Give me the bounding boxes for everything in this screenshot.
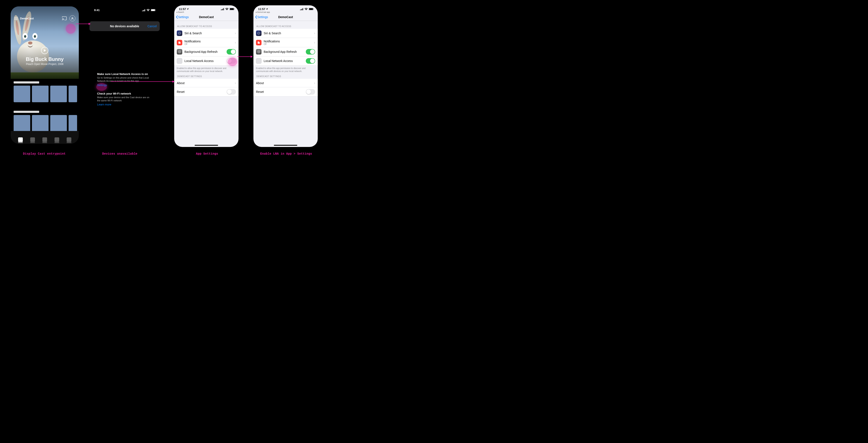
chevron-right-icon: › xyxy=(314,81,315,85)
nav-bar: Settings DemoCast xyxy=(253,13,318,21)
tab-item[interactable] xyxy=(67,137,71,142)
svg-rect-33 xyxy=(309,8,313,10)
media-tile[interactable] xyxy=(50,86,67,102)
content-scroll[interactable] xyxy=(11,79,79,131)
svg-rect-22 xyxy=(234,9,235,9)
profile-button[interactable] xyxy=(69,15,75,21)
background-refresh-row[interactable]: Background App Refresh xyxy=(253,47,318,57)
notifications-row[interactable]: Notifications Off › xyxy=(174,38,239,47)
svg-rect-29 xyxy=(301,9,302,10)
tab-item[interactable] xyxy=(42,137,47,142)
status-time: 11:57 xyxy=(258,7,265,11)
signal-icon xyxy=(142,9,146,11)
battery-icon xyxy=(309,8,314,10)
svg-point-7 xyxy=(62,20,63,20)
gear-icon xyxy=(256,49,261,55)
media-tile[interactable] xyxy=(69,115,77,131)
democast-settings-header: DEMOCAST SETTINGS xyxy=(174,73,239,79)
democast-app-phone: 9:41 DemoCast Big Buck Bunny Peach Open … xyxy=(11,6,79,144)
notifications-row[interactable]: Notifications Off › xyxy=(253,38,318,47)
no-devices-panel: 9:41 No devices available Cancel Make su… xyxy=(89,6,160,144)
lna-footer: Enabled to allow this app permission to … xyxy=(174,66,239,73)
settings-phone-lna-off: 11:57 ◂ Search Settings DemoCast ALLOW D… xyxy=(174,5,239,147)
svg-rect-30 xyxy=(302,9,302,10)
wifi-icon xyxy=(305,8,308,10)
reset-toggle[interactable] xyxy=(306,89,315,95)
chevron-right-icon: › xyxy=(314,31,315,35)
cast-icon xyxy=(62,17,67,20)
cancel-button[interactable]: Cancel xyxy=(147,25,157,28)
media-tile[interactable] xyxy=(13,86,30,102)
svg-rect-18 xyxy=(222,9,223,10)
settings-link[interactable]: Settings xyxy=(97,84,107,87)
svg-rect-17 xyxy=(222,9,222,10)
tab-item[interactable] xyxy=(18,137,23,142)
location-icon xyxy=(187,8,189,10)
tab-item[interactable] xyxy=(55,137,59,142)
allow-access-header: ALLOW DEMOCAST TO ACCESS xyxy=(174,21,239,29)
nav-title: DemoCast xyxy=(278,15,293,19)
back-button[interactable]: Settings xyxy=(176,15,189,19)
caption-2: Devices unavailable xyxy=(102,152,137,156)
background-refresh-toggle[interactable] xyxy=(306,49,315,55)
learn-more-link[interactable]: Learn more xyxy=(97,103,111,106)
siri-icon xyxy=(177,30,182,36)
siri-icon xyxy=(256,30,261,36)
cast-button[interactable] xyxy=(61,15,67,21)
breadcrumb-back[interactable]: ◂ Search xyxy=(174,11,239,13)
breadcrumb-back[interactable]: ◂ DemoCast app xyxy=(253,11,318,13)
local-network-row[interactable]: Local Network Access xyxy=(174,57,239,66)
chevron-left-icon xyxy=(255,15,257,19)
media-tile[interactable] xyxy=(69,86,77,102)
reset-row[interactable]: Reset xyxy=(253,87,318,96)
svg-rect-28 xyxy=(300,9,301,10)
home-indicator xyxy=(195,145,218,146)
media-tile[interactable] xyxy=(13,115,30,131)
about-row[interactable]: About › xyxy=(253,79,318,87)
chevron-right-icon: › xyxy=(314,41,315,44)
svg-rect-12 xyxy=(145,9,145,11)
wifi-icon xyxy=(147,9,150,11)
hamburger-icon[interactable] xyxy=(14,17,18,20)
siri-row[interactable]: Siri & Search › xyxy=(174,29,239,38)
nav-title: DemoCast xyxy=(199,15,214,19)
tab-bar xyxy=(11,137,79,142)
flow-arrow-3 xyxy=(238,55,253,59)
svg-rect-34 xyxy=(313,9,314,9)
svg-rect-10 xyxy=(143,10,144,11)
home-indicator xyxy=(274,145,297,146)
svg-rect-9 xyxy=(142,11,143,11)
notifications-icon xyxy=(256,40,261,45)
reset-toggle[interactable] xyxy=(226,89,236,95)
svg-marker-45 xyxy=(251,56,253,58)
status-time: 11:57 xyxy=(179,7,186,11)
battery-icon xyxy=(229,8,235,10)
media-tile[interactable] xyxy=(32,115,49,131)
svg-rect-15 xyxy=(155,10,156,11)
settings-phone-lna-on: 11:57 ◂ DemoCast app Settings DemoCast A… xyxy=(253,5,318,147)
svg-rect-14 xyxy=(151,9,155,11)
background-refresh-toggle[interactable] xyxy=(226,49,236,55)
notifications-icon xyxy=(177,40,182,45)
lna-heading: Make sure Local Network Access is on xyxy=(97,72,152,75)
reset-row[interactable]: Reset xyxy=(174,87,239,96)
media-tile[interactable] xyxy=(32,86,49,102)
chevron-left-icon xyxy=(176,15,178,19)
media-tile[interactable] xyxy=(50,115,67,131)
background-refresh-row[interactable]: Background App Refresh xyxy=(174,47,239,57)
svg-point-8 xyxy=(72,17,73,18)
svg-point-27 xyxy=(179,51,180,52)
nav-bar: Settings DemoCast xyxy=(174,13,239,21)
tab-item[interactable] xyxy=(30,137,35,142)
svg-point-37 xyxy=(259,41,260,42)
about-row[interactable]: About › xyxy=(174,79,239,87)
back-button[interactable]: Settings xyxy=(255,15,268,19)
local-network-row[interactable]: Local Network Access xyxy=(253,57,318,66)
democast-settings-header: DEMOCAST SETTINGS xyxy=(253,73,318,79)
lna-icon xyxy=(177,58,182,64)
play-button[interactable] xyxy=(41,47,48,54)
local-network-toggle[interactable] xyxy=(306,58,315,64)
local-network-toggle[interactable] xyxy=(226,58,236,64)
siri-row[interactable]: Siri & Search › xyxy=(253,29,318,38)
lna-body: Go to Settings on this phone and check t… xyxy=(97,76,152,83)
